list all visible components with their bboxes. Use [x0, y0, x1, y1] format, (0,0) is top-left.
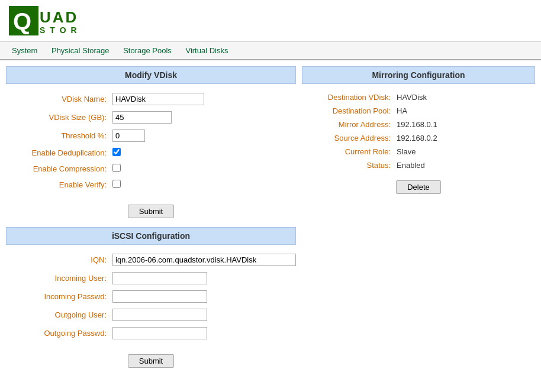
threshold-input[interactable]: [112, 129, 145, 142]
incoming-passwd-label: Incoming Passwd:: [24, 292, 112, 301]
compress-label: Enable Compression:: [24, 164, 112, 173]
delete-button[interactable]: Delete: [396, 180, 441, 194]
iscsi-section: iSCSI Configuration IQN: Incoming User: …: [6, 227, 296, 374]
outgoing-user-label: Outgoing User:: [24, 310, 112, 319]
delete-row: Delete: [302, 177, 535, 197]
dest-pool-value: HA: [397, 106, 407, 115]
logo-stor: STOR: [40, 26, 82, 34]
dest-pool-label: Destination Pool:: [308, 106, 397, 115]
vdisk-name-input[interactable]: [112, 93, 204, 105]
logo-uad: UAD: [40, 9, 82, 25]
header: Q UAD STOR: [0, 0, 541, 42]
verify-row: Enable Verify:: [12, 180, 290, 190]
dest-vdisk-label: Destination VDisk:: [308, 93, 397, 102]
source-address-value: 192.168.0.2: [397, 134, 437, 142]
modify-vdisk-form: VDisk Name: VDisk Size (GB): Threshold %…: [6, 90, 296, 202]
nav-system[interactable]: System: [6, 44, 43, 57]
modify-vdisk-submit-button[interactable]: Submit: [128, 205, 174, 218]
vdisk-size-label: VDisk Size (GB):: [24, 113, 112, 122]
vdisk-size-row: VDisk Size (GB):: [12, 111, 290, 124]
verify-label: Enable Verify:: [24, 180, 112, 189]
iscsi-submit-button[interactable]: Submit: [128, 354, 174, 368]
nav-bar: System Physical Storage Storage Pools Vi…: [0, 42, 541, 60]
compress-row: Enable Compression:: [12, 164, 290, 174]
source-address-row: Source Address: 192.168.0.2: [308, 134, 529, 142]
dest-vdisk-value: HAVDisk: [397, 93, 427, 102]
compress-field: [112, 164, 121, 174]
threshold-field: [112, 129, 145, 142]
iqn-label: IQN:: [24, 255, 112, 264]
right-panel: Mirroring Configuration Destination VDis…: [302, 66, 535, 197]
status-row: Status: Enabled: [308, 161, 529, 170]
iqn-row: IQN:: [12, 254, 290, 266]
outgoing-user-field: [112, 309, 207, 321]
source-address-label: Source Address:: [308, 134, 397, 142]
nav-virtual-disks[interactable]: Virtual Disks: [179, 44, 234, 57]
left-panel: Modify VDisk VDisk Name: VDisk Size (GB)…: [6, 66, 296, 374]
dest-pool-row: Destination Pool: HA: [308, 106, 529, 115]
mirror-address-label: Mirror Address:: [308, 120, 397, 129]
vdisk-name-field: [112, 93, 204, 105]
dedup-checkbox[interactable]: [112, 148, 121, 156]
outgoing-passwd-field: [112, 327, 207, 339]
iqn-input[interactable]: [112, 254, 296, 266]
iqn-field: [112, 254, 296, 266]
svg-text:Q: Q: [13, 8, 31, 34]
dedup-row: Enable Deduplication:: [12, 148, 290, 158]
status-label: Status:: [308, 161, 397, 170]
incoming-passwd-row: Incoming Passwd:: [12, 290, 290, 303]
current-role-row: Current Role: Slave: [308, 147, 529, 156]
incoming-passwd-field: [112, 290, 207, 303]
incoming-user-input[interactable]: [112, 272, 207, 284]
status-value: Enabled: [397, 161, 425, 170]
modify-vdisk-header: Modify VDisk: [6, 66, 296, 84]
outgoing-passwd-input[interactable]: [112, 327, 207, 339]
nav-storage-pools[interactable]: Storage Pools: [117, 44, 178, 57]
logo: Q UAD STOR: [9, 6, 532, 35]
logo-icon: Q: [10, 7, 37, 34]
iscsi-header: iSCSI Configuration: [6, 227, 296, 245]
verify-checkbox[interactable]: [112, 180, 121, 188]
current-role-label: Current Role:: [308, 147, 397, 156]
vdisk-name-row: VDisk Name:: [12, 93, 290, 105]
outgoing-user-row: Outgoing User:: [12, 309, 290, 321]
iscsi-form: IQN: Incoming User: Incoming Passwd:: [6, 251, 296, 351]
incoming-user-field: [112, 272, 207, 284]
outgoing-passwd-label: Outgoing Passwd:: [24, 329, 112, 338]
dedup-field: [112, 148, 121, 158]
mirror-address-row: Mirror Address: 192.168.0.1: [308, 120, 529, 129]
verify-field: [112, 180, 121, 190]
vdisk-size-field: [112, 111, 172, 124]
main-content: Modify VDisk VDisk Name: VDisk Size (GB)…: [0, 60, 541, 380]
mirror-address-value: 192.168.0.1: [397, 120, 437, 129]
incoming-user-label: Incoming User:: [24, 274, 112, 283]
threshold-row: Threshold %:: [12, 129, 290, 142]
dest-vdisk-row: Destination VDisk: HAVDisk: [308, 93, 529, 102]
iscsi-submit-row: Submit: [6, 351, 296, 374]
outgoing-user-input[interactable]: [112, 309, 207, 321]
current-role-value: Slave: [397, 147, 416, 156]
dedup-label: Enable Deduplication:: [24, 148, 112, 157]
outgoing-passwd-row: Outgoing Passwd:: [12, 327, 290, 339]
nav-physical-storage[interactable]: Physical Storage: [46, 44, 115, 57]
mirroring-info: Destination VDisk: HAVDisk Destination P…: [302, 90, 535, 177]
incoming-user-row: Incoming User:: [12, 272, 290, 284]
compress-checkbox[interactable]: [112, 164, 121, 172]
incoming-passwd-input[interactable]: [112, 290, 207, 303]
modify-vdisk-submit-row: Submit: [6, 202, 296, 224]
mirroring-header: Mirroring Configuration: [302, 66, 535, 84]
vdisk-size-input[interactable]: [112, 111, 172, 124]
vdisk-name-label: VDisk Name:: [24, 95, 112, 103]
threshold-label: Threshold %:: [24, 131, 112, 140]
